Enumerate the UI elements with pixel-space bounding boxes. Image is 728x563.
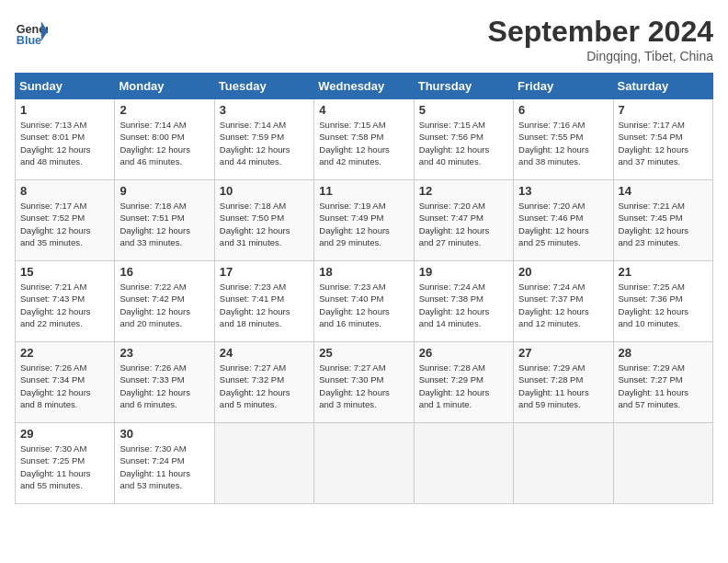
calendar-cell: 6Sunrise: 7:16 AM Sunset: 7:55 PM Daylig…	[514, 99, 613, 180]
calendar-week-row: 22Sunrise: 7:26 AM Sunset: 7:34 PM Dayli…	[16, 342, 713, 423]
day-info: Sunrise: 7:15 AM Sunset: 7:56 PM Dayligh…	[419, 119, 508, 167]
day-info: Sunrise: 7:14 AM Sunset: 7:59 PM Dayligh…	[220, 119, 309, 167]
calendar-cell: 20Sunrise: 7:24 AM Sunset: 7:37 PM Dayli…	[514, 261, 613, 342]
calendar-cell: 24Sunrise: 7:27 AM Sunset: 7:32 PM Dayli…	[214, 342, 313, 423]
calendar-cell: 11Sunrise: 7:19 AM Sunset: 7:49 PM Dayli…	[314, 180, 414, 261]
day-number: 18	[319, 265, 408, 279]
day-number: 12	[419, 184, 508, 198]
calendar-cell: 1Sunrise: 7:13 AM Sunset: 8:01 PM Daylig…	[16, 99, 115, 180]
day-number: 7	[619, 103, 708, 117]
day-number: 27	[518, 346, 608, 360]
calendar-cell: 16Sunrise: 7:22 AM Sunset: 7:42 PM Dayli…	[115, 261, 214, 342]
day-number: 22	[20, 346, 109, 360]
page-header: General Blue September 2024 Dingqing, Ti…	[15, 15, 713, 63]
calendar-cell	[514, 423, 613, 504]
day-info: Sunrise: 7:29 AM Sunset: 7:28 PM Dayligh…	[518, 362, 608, 410]
calendar-cell: 28Sunrise: 7:29 AM Sunset: 7:27 PM Dayli…	[613, 342, 712, 423]
calendar-cell: 21Sunrise: 7:25 AM Sunset: 7:36 PM Dayli…	[613, 261, 712, 342]
day-info: Sunrise: 7:17 AM Sunset: 7:52 PM Dayligh…	[20, 200, 109, 248]
day-number: 14	[619, 184, 708, 198]
calendar-cell: 19Sunrise: 7:24 AM Sunset: 7:38 PM Dayli…	[414, 261, 513, 342]
day-info: Sunrise: 7:30 AM Sunset: 7:25 PM Dayligh…	[20, 442, 109, 491]
calendar-week-row: 15Sunrise: 7:21 AM Sunset: 7:43 PM Dayli…	[16, 261, 713, 342]
weekday-header: Wednesday	[314, 74, 414, 99]
weekday-header: Tuesday	[214, 74, 313, 99]
day-number: 13	[518, 184, 608, 198]
day-number: 9	[119, 184, 209, 198]
calendar-cell: 5Sunrise: 7:15 AM Sunset: 7:56 PM Daylig…	[414, 99, 513, 180]
calendar-week-row: 8Sunrise: 7:17 AM Sunset: 7:52 PM Daylig…	[16, 180, 713, 261]
day-number: 3	[220, 103, 309, 117]
day-info: Sunrise: 7:24 AM Sunset: 7:37 PM Dayligh…	[518, 281, 608, 329]
day-number: 24	[220, 346, 309, 360]
day-info: Sunrise: 7:24 AM Sunset: 7:38 PM Dayligh…	[419, 281, 508, 329]
day-number: 11	[319, 184, 408, 198]
calendar-cell: 9Sunrise: 7:18 AM Sunset: 7:51 PM Daylig…	[115, 180, 214, 261]
calendar-cell: 10Sunrise: 7:18 AM Sunset: 7:50 PM Dayli…	[214, 180, 313, 261]
day-number: 21	[619, 265, 708, 279]
day-info: Sunrise: 7:23 AM Sunset: 7:41 PM Dayligh…	[220, 281, 309, 329]
day-number: 1	[20, 103, 109, 117]
calendar-cell	[613, 423, 712, 504]
calendar-cell: 18Sunrise: 7:23 AM Sunset: 7:40 PM Dayli…	[314, 261, 414, 342]
calendar-cell: 7Sunrise: 7:17 AM Sunset: 7:54 PM Daylig…	[613, 99, 712, 180]
day-info: Sunrise: 7:28 AM Sunset: 7:29 PM Dayligh…	[419, 362, 508, 410]
calendar-cell: 29Sunrise: 7:30 AM Sunset: 7:25 PM Dayli…	[16, 423, 115, 504]
day-info: Sunrise: 7:25 AM Sunset: 7:36 PM Dayligh…	[619, 281, 708, 329]
day-info: Sunrise: 7:23 AM Sunset: 7:40 PM Dayligh…	[319, 281, 408, 329]
svg-text:Blue: Blue	[17, 34, 41, 47]
day-number: 19	[419, 265, 508, 279]
day-number: 6	[518, 103, 608, 117]
day-number: 15	[20, 265, 109, 279]
day-number: 4	[319, 103, 408, 117]
day-number: 29	[20, 427, 109, 441]
day-number: 5	[419, 103, 508, 117]
day-number: 8	[20, 184, 109, 198]
calendar-cell	[214, 423, 313, 504]
calendar-cell: 23Sunrise: 7:26 AM Sunset: 7:33 PM Dayli…	[115, 342, 214, 423]
calendar-cell: 15Sunrise: 7:21 AM Sunset: 7:43 PM Dayli…	[16, 261, 115, 342]
day-number: 2	[119, 103, 209, 117]
calendar-cell	[314, 423, 414, 504]
day-info: Sunrise: 7:18 AM Sunset: 7:50 PM Dayligh…	[220, 200, 309, 248]
location: Dingqing, Tibet, China	[488, 49, 713, 63]
month-title: September 2024	[488, 15, 713, 49]
calendar-cell	[414, 423, 513, 504]
weekday-header: Saturday	[613, 74, 712, 99]
calendar-cell: 22Sunrise: 7:26 AM Sunset: 7:34 PM Dayli…	[16, 342, 115, 423]
day-info: Sunrise: 7:15 AM Sunset: 7:58 PM Dayligh…	[319, 119, 408, 167]
day-number: 23	[119, 346, 209, 360]
day-number: 20	[518, 265, 608, 279]
day-info: Sunrise: 7:14 AM Sunset: 8:00 PM Dayligh…	[119, 119, 209, 167]
calendar-table: SundayMondayTuesdayWednesdayThursdayFrid…	[15, 73, 713, 504]
day-number: 28	[619, 346, 708, 360]
day-info: Sunrise: 7:21 AM Sunset: 7:43 PM Dayligh…	[20, 281, 109, 329]
calendar-cell: 27Sunrise: 7:29 AM Sunset: 7:28 PM Dayli…	[514, 342, 613, 423]
calendar-cell: 17Sunrise: 7:23 AM Sunset: 7:41 PM Dayli…	[214, 261, 313, 342]
day-number: 16	[119, 265, 209, 279]
weekday-header: Sunday	[16, 74, 115, 99]
day-info: Sunrise: 7:20 AM Sunset: 7:47 PM Dayligh…	[419, 200, 508, 248]
day-info: Sunrise: 7:27 AM Sunset: 7:30 PM Dayligh…	[319, 362, 408, 410]
logo: General Blue	[15, 15, 48, 48]
weekday-header: Monday	[115, 74, 214, 99]
calendar-cell: 30Sunrise: 7:30 AM Sunset: 7:24 PM Dayli…	[115, 423, 214, 504]
calendar-week-row: 1Sunrise: 7:13 AM Sunset: 8:01 PM Daylig…	[16, 99, 713, 180]
day-number: 10	[220, 184, 309, 198]
day-info: Sunrise: 7:27 AM Sunset: 7:32 PM Dayligh…	[220, 362, 309, 410]
day-info: Sunrise: 7:18 AM Sunset: 7:51 PM Dayligh…	[119, 200, 209, 248]
day-info: Sunrise: 7:21 AM Sunset: 7:45 PM Dayligh…	[619, 200, 708, 248]
calendar-cell: 12Sunrise: 7:20 AM Sunset: 7:47 PM Dayli…	[414, 180, 513, 261]
weekday-header-row: SundayMondayTuesdayWednesdayThursdayFrid…	[16, 74, 713, 99]
day-info: Sunrise: 7:26 AM Sunset: 7:34 PM Dayligh…	[20, 362, 109, 410]
day-info: Sunrise: 7:19 AM Sunset: 7:49 PM Dayligh…	[319, 200, 408, 248]
day-number: 17	[220, 265, 309, 279]
calendar-cell: 8Sunrise: 7:17 AM Sunset: 7:52 PM Daylig…	[16, 180, 115, 261]
calendar-cell: 4Sunrise: 7:15 AM Sunset: 7:58 PM Daylig…	[314, 99, 414, 180]
calendar-cell: 2Sunrise: 7:14 AM Sunset: 8:00 PM Daylig…	[115, 99, 214, 180]
weekday-header: Friday	[514, 74, 613, 99]
calendar-week-row: 29Sunrise: 7:30 AM Sunset: 7:25 PM Dayli…	[16, 423, 713, 504]
day-info: Sunrise: 7:22 AM Sunset: 7:42 PM Dayligh…	[119, 281, 209, 329]
calendar-cell: 25Sunrise: 7:27 AM Sunset: 7:30 PM Dayli…	[314, 342, 414, 423]
weekday-header: Thursday	[414, 74, 513, 99]
